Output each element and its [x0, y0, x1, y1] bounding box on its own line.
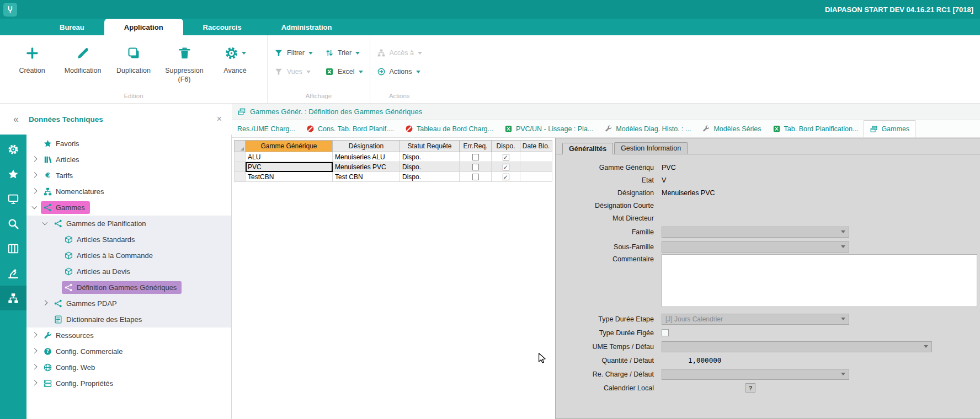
grid-cell[interactable]: Dispo.	[400, 162, 460, 172]
menu-tab-bureau[interactable]: Bureau	[40, 19, 104, 35]
duplication-button[interactable]: Duplication	[108, 40, 159, 84]
trier-button[interactable]: Trier	[325, 49, 363, 57]
document-tab-tableau-de-bord-charg[interactable]: Tableau de Bord Charg...	[400, 120, 499, 137]
sous-famille-dropdown[interactable]	[662, 241, 849, 253]
checkbox-unchecked[interactable]	[472, 154, 479, 160]
calendar-help-button[interactable]: ?	[745, 383, 755, 393]
rail-desktop-button[interactable]	[0, 186, 26, 211]
row-selector[interactable]	[235, 172, 246, 182]
tree-item-tarifs[interactable]: Tarifs	[26, 168, 231, 184]
grid-row-alu[interactable]: ALUMenuiseries ALUDispo.✓	[235, 152, 552, 162]
checkbox-unchecked[interactable]	[472, 164, 479, 170]
tree-expander[interactable]	[30, 207, 39, 208]
checkbox-checked[interactable]: ✓	[503, 174, 509, 180]
tree-expander[interactable]	[30, 334, 39, 337]
tree-item-definition-gammes-generiques[interactable]: Définition Gammes Génériques	[26, 280, 231, 296]
excel-button[interactable]: Excel	[325, 67, 363, 76]
document-tab-pvc-un-lissage-pla[interactable]: PVC/UN - Lissage : Pla...	[499, 120, 599, 137]
grid-column-header-err-req[interactable]: Err.Req.	[460, 141, 492, 152]
grid-cell-date-blo[interactable]	[520, 152, 552, 162]
rail-search-button[interactable]	[0, 211, 26, 236]
menu-tab-application[interactable]: Application	[104, 19, 183, 35]
tree-expander[interactable]	[30, 350, 39, 353]
type-duree-figee-checkbox[interactable]	[662, 329, 669, 336]
collapse-sidebar-button[interactable]: «	[13, 114, 19, 124]
grid-cell-date-blo[interactable]	[520, 162, 552, 172]
grid-column-header-date-blo[interactable]: Date Blo.	[520, 141, 552, 152]
tree-item-nomenclatures[interactable]: Nomenclatures	[26, 184, 231, 200]
grid-cell-date-blo[interactable]	[520, 172, 552, 182]
row-selector[interactable]	[235, 152, 246, 162]
grid-cell[interactable]: PVC	[246, 162, 333, 172]
grid-cell[interactable]: Menuiseries ALU	[333, 152, 400, 162]
actions-button[interactable]: Actions	[377, 67, 422, 76]
tree-expander[interactable]	[30, 382, 39, 385]
grid-cell[interactable]: Menuiseries PVC	[333, 162, 400, 172]
tree-item-gammes[interactable]: Gammes	[26, 200, 231, 216]
tree-item-config-web[interactable]: Config. Web	[26, 359, 231, 375]
tree-item-gammes-pdap[interactable]: Gammes PDAP	[26, 296, 231, 311]
row-selector[interactable]	[235, 162, 246, 172]
tree-expander[interactable]	[30, 190, 39, 193]
document-tab-cons-tab-bord-planif[interactable]: Cons. Tab. Bord Planif....	[301, 120, 400, 137]
commentaire-textarea[interactable]	[662, 254, 977, 307]
menu-tab-raccourcis[interactable]: Raccourcis	[183, 19, 262, 35]
rail-hierarchy-button[interactable]	[0, 286, 26, 310]
grid-cell-err-req[interactable]	[460, 172, 492, 182]
document-tab-tab-bord-planification[interactable]: Tab. Bord Planification...	[767, 120, 864, 137]
tree-expander[interactable]	[30, 366, 39, 369]
rail-columns-button[interactable]	[0, 236, 26, 261]
menu-tab-administration[interactable]: Administration	[262, 19, 352, 35]
famille-dropdown[interactable]	[662, 227, 849, 238]
grid-cell[interactable]: TestCBN	[246, 172, 333, 182]
checkbox-unchecked[interactable]	[472, 174, 479, 180]
close-sidebar-button[interactable]: ×	[217, 115, 222, 123]
rail-gear-button[interactable]	[0, 137, 26, 162]
tree-expander[interactable]	[40, 302, 50, 305]
avance-button[interactable]: Avancé	[210, 40, 260, 84]
document-tab-modeles-series[interactable]: Modèles Séries	[696, 120, 766, 137]
grid-cell-err-req[interactable]	[460, 152, 492, 162]
tree-item-articles-standards[interactable]: Articles Standards	[26, 232, 231, 248]
grid-cell[interactable]: Dispo.	[400, 152, 460, 162]
tree-item-articles[interactable]: Articles	[26, 152, 231, 168]
grid-column-header-statut-requete[interactable]: Statut Requête	[400, 141, 460, 152]
tree-expander[interactable]	[30, 174, 39, 177]
rail-star-button[interactable]	[0, 162, 26, 186]
type-duree-etape-dropdown[interactable]: [J] Jours Calendrier	[662, 314, 849, 325]
grid-row-pvc[interactable]: PVCMenuiseries PVCDispo.✓	[235, 162, 552, 172]
checkbox-checked[interactable]: ✓	[503, 164, 509, 170]
detail-tab-gestion-information[interactable]: Gestion Information	[614, 142, 688, 154]
document-tab-res-ume-charg[interactable]: Res./UME Charg...	[232, 120, 301, 137]
grid-cell[interactable]: Test CBN	[333, 172, 400, 182]
tree-item-articles-a-la-commande[interactable]: Articles à la Commande	[26, 248, 231, 264]
grid-cell-dispo[interactable]: ✓	[492, 152, 520, 162]
document-tab-modeles-diag-histo[interactable]: Modèles Diag. Histo. : ...	[599, 120, 696, 137]
grid-column-header-dispo[interactable]: Dispo.	[492, 141, 520, 152]
ume-temps-defau-dropdown[interactable]	[662, 341, 932, 352]
grid-cell-err-req[interactable]	[460, 162, 492, 172]
grid-column-header-gamme-generique[interactable]: Gamme Générique	[246, 141, 333, 152]
modification-button[interactable]: Modification	[57, 40, 108, 84]
tree-item-config-commerciale[interactable]: Config. Commerciale	[26, 343, 231, 359]
tree-item-gammes-de-planification[interactable]: Gammes de Planification	[26, 216, 231, 232]
tree-expander[interactable]	[30, 158, 39, 161]
grid-cell[interactable]: Dispo.	[400, 172, 460, 182]
tree-item-dictionnaire-des-etapes[interactable]: Dictionnaire des Etapes	[26, 311, 231, 327]
grid-cell-dispo[interactable]: ✓	[492, 172, 520, 182]
filtrer-button[interactable]: Filtrer	[274, 49, 313, 57]
checkbox-checked[interactable]: ✓	[503, 154, 509, 160]
grid-row-testcbn[interactable]: TestCBNTest CBNDispo.✓	[235, 172, 552, 182]
document-tab-gammes[interactable]: Gammes	[864, 120, 915, 137]
tree-expander[interactable]	[40, 223, 50, 224]
detail-tab-generalites[interactable]: Généralités	[562, 143, 613, 154]
grid-cell-dispo[interactable]: ✓	[492, 162, 520, 172]
tree-item-favoris[interactable]: Favoris	[26, 136, 231, 152]
tree-item-articles-au-devis[interactable]: Articles au Devis	[26, 264, 231, 280]
rail-machine-button[interactable]	[0, 261, 26, 286]
suppression-f6-button[interactable]: Suppression (F6)	[159, 40, 210, 84]
grid-column-header-designation[interactable]: Désignation	[333, 141, 400, 152]
tree-item-config-proprietes[interactable]: Config. Propriétés	[26, 375, 231, 391]
grid-cell[interactable]: ALU	[246, 152, 333, 162]
tree-item-ressources[interactable]: Ressources	[26, 327, 231, 343]
